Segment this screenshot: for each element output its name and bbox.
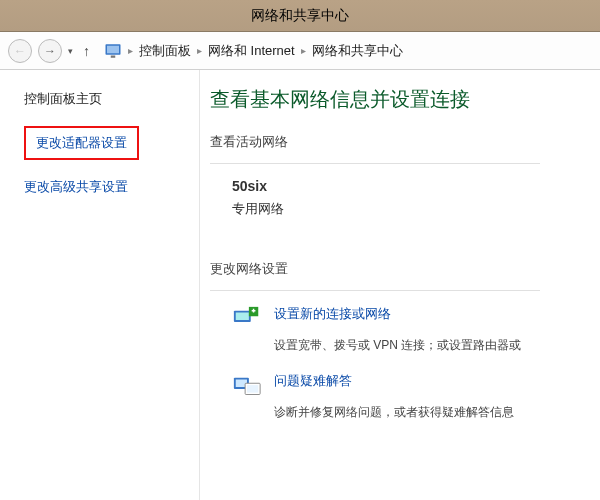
action-setup-connection: 设置新的连接或网络 — [232, 305, 600, 331]
active-networks-label: 查看活动网络 — [210, 133, 600, 151]
desc-troubleshoot: 诊断并修复网络问题，或者获得疑难解答信息 — [274, 404, 600, 421]
change-settings-label: 更改网络设置 — [210, 260, 600, 278]
window-titlebar: 网络和共享中心 — [0, 0, 600, 32]
link-setup-connection[interactable]: 设置新的连接或网络 — [274, 306, 391, 321]
content-pane: 查看基本网络信息并设置连接 查看活动网络 50six 专用网络 更改网络设置 设… — [200, 70, 600, 500]
up-button[interactable]: ↑ — [79, 43, 94, 59]
chevron-right-icon: ▸ — [128, 45, 133, 56]
history-dropdown[interactable]: ▾ — [68, 46, 73, 56]
divider — [210, 163, 540, 164]
svg-rect-9 — [247, 385, 258, 393]
chevron-right-icon: ▸ — [301, 45, 306, 56]
network-setup-icon — [232, 305, 262, 331]
arrow-right-icon: → — [44, 44, 56, 58]
nav-toolbar: ← → ▾ ↑ ▸ 控制面板 ▸ 网络和 Internet ▸ 网络和共享中心 — [0, 32, 600, 70]
control-panel-icon — [104, 42, 122, 60]
svg-rect-1 — [107, 45, 119, 53]
window-title: 网络和共享中心 — [251, 7, 349, 25]
troubleshoot-icon — [232, 372, 262, 398]
breadcrumb-root[interactable]: 控制面板 — [139, 42, 191, 60]
arrow-left-icon: ← — [14, 44, 26, 58]
forward-button[interactable]: → — [38, 39, 62, 63]
sidebar-link-advanced[interactable]: 更改高级共享设置 — [24, 178, 183, 196]
breadcrumb-leaf[interactable]: 网络和共享中心 — [312, 42, 403, 60]
divider — [210, 290, 540, 291]
sidebar-link-adapter[interactable]: 更改适配器设置 — [36, 134, 127, 152]
svg-rect-2 — [111, 55, 116, 57]
highlight-box: 更改适配器设置 — [24, 126, 139, 160]
network-name: 50six — [232, 178, 600, 194]
back-button[interactable]: ← — [8, 39, 32, 63]
breadcrumb-mid[interactable]: 网络和 Internet — [208, 42, 295, 60]
network-type: 专用网络 — [232, 200, 600, 218]
page-heading: 查看基本网络信息并设置连接 — [210, 86, 600, 113]
sidebar-link-home[interactable]: 控制面板主页 — [24, 90, 183, 108]
sidebar: 控制面板主页 更改适配器设置 更改高级共享设置 — [0, 70, 200, 500]
breadcrumb: ▸ 控制面板 ▸ 网络和 Internet ▸ 网络和共享中心 — [104, 42, 403, 60]
svg-rect-4 — [236, 313, 249, 321]
action-troubleshoot: 问题疑难解答 — [232, 372, 600, 398]
desc-setup-connection: 设置宽带、拨号或 VPN 连接；或设置路由器或 — [274, 337, 600, 354]
chevron-right-icon: ▸ — [197, 45, 202, 56]
link-troubleshoot[interactable]: 问题疑难解答 — [274, 373, 352, 388]
